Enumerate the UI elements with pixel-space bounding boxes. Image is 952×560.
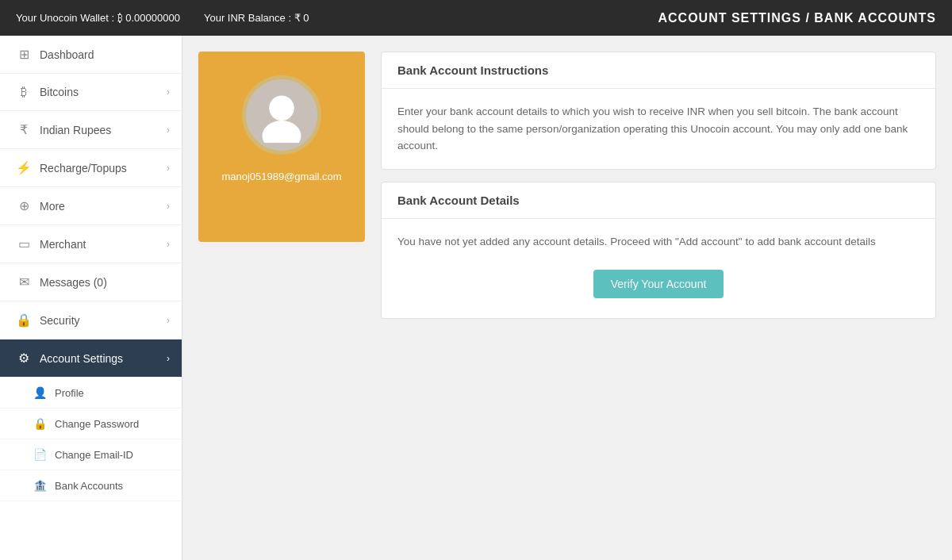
sidebar-label-recharge: Recharge/Topups	[40, 162, 127, 175]
main-container: ⊞ Dashboard ₿ Bitcoins › ₹ Indian Rupees…	[0, 36, 952, 560]
sidebar-subitem-change-password[interactable]: 🔒 Change Password	[0, 408, 182, 439]
security-icon: 🔒	[16, 313, 32, 328]
subitem-label-bank: Bank Accounts	[55, 480, 123, 492]
chevron-icon: ›	[167, 163, 170, 174]
sidebar-item-more[interactable]: ⊕ More ›	[0, 187, 182, 225]
messages-icon: ✉	[16, 274, 32, 290]
email-doc-icon: 📄	[33, 448, 47, 461]
profile-card: manoj051989@gmail.com	[198, 52, 365, 242]
chevron-right-icon: ›	[167, 353, 170, 364]
bank-details-body: You have not yet added any account detai…	[382, 219, 935, 319]
subitem-label-email: Change Email-ID	[55, 449, 133, 461]
right-panel: Bank Account Instructions Enter your ban…	[381, 52, 936, 544]
profile-icon: 👤	[33, 386, 47, 399]
svg-point-1	[263, 121, 301, 143]
sidebar-label-rupees: Indian Rupees	[40, 124, 111, 136]
inr-balance: Your INR Balance : ₹ 0	[204, 12, 309, 24]
sidebar-label-messages: Messages (0)	[40, 276, 107, 289]
dashboard-icon: ⊞	[16, 47, 32, 62]
chevron-icon: ›	[167, 315, 170, 326]
sidebar-item-bitcoins[interactable]: ₿ Bitcoins ›	[0, 74, 182, 111]
chevron-icon: ›	[167, 201, 170, 212]
verify-account-button[interactable]: Verify Your Account	[593, 270, 724, 298]
sidebar: ⊞ Dashboard ₿ Bitcoins › ₹ Indian Rupees…	[0, 36, 182, 560]
sidebar-item-dashboard[interactable]: ⊞ Dashboard	[0, 36, 182, 74]
sidebar-label-dashboard: Dashboard	[40, 48, 94, 61]
bitcoin-icon: ₿	[16, 85, 32, 99]
sidebar-item-account-settings[interactable]: ⚙ Account Settings ›	[0, 339, 182, 378]
page-title: ACCOUNT SETTINGS / BANK ACCOUNTS	[658, 11, 936, 25]
sidebar-item-security[interactable]: 🔒 Security ›	[0, 301, 182, 339]
recharge-icon: ⚡	[16, 160, 32, 175]
profile-email: manoj051989@gmail.com	[221, 171, 341, 182]
more-icon: ⊕	[16, 198, 32, 213]
sidebar-label-account-settings: Account Settings	[40, 352, 123, 365]
lock-icon: 🔒	[33, 417, 47, 430]
bank-details-header: Bank Account Details	[382, 182, 935, 219]
instructions-card-body: Enter your bank account details to which…	[382, 89, 935, 169]
subitem-label-password: Change Password	[55, 418, 139, 430]
rupee-icon: ₹	[16, 122, 32, 137]
sidebar-subitem-profile[interactable]: 👤 Profile	[0, 378, 182, 408]
topbar: Your Unocoin Wallet : ₿ 0.00000000 Your …	[0, 0, 952, 36]
sidebar-item-messages[interactable]: ✉ Messages (0)	[0, 263, 182, 301]
avatar	[242, 75, 321, 155]
sidebar-item-recharge[interactable]: ⚡ Recharge/Topups ›	[0, 149, 182, 187]
merchant-icon: ▭	[16, 236, 32, 251]
svg-point-0	[269, 96, 294, 121]
bank-icon: 🏦	[33, 479, 47, 492]
topbar-left: Your Unocoin Wallet : ₿ 0.00000000 Your …	[16, 12, 309, 24]
sidebar-item-merchant[interactable]: ▭ Merchant ›	[0, 225, 182, 263]
content-area: manoj051989@gmail.com Bank Account Instr…	[182, 36, 952, 560]
sidebar-label-merchant: Merchant	[40, 238, 86, 251]
wallet-balance: Your Unocoin Wallet : ₿ 0.00000000	[16, 12, 180, 24]
avatar-image	[254, 87, 309, 143]
chevron-icon: ›	[167, 86, 170, 98]
bank-details-card: Bank Account Details You have not yet ad…	[381, 182, 936, 320]
subitem-label-profile: Profile	[55, 387, 84, 399]
settings-icon: ⚙	[16, 351, 32, 366]
chevron-icon: ›	[167, 239, 170, 250]
instructions-card-header: Bank Account Instructions	[382, 52, 935, 89]
sidebar-label-more: More	[40, 200, 65, 213]
instructions-card: Bank Account Instructions Enter your ban…	[381, 52, 936, 170]
sidebar-label-security: Security	[40, 314, 80, 327]
sidebar-subitem-bank-accounts[interactable]: 🏦 Bank Accounts	[0, 470, 182, 501]
bank-details-text: You have not yet added any account detai…	[397, 233, 919, 251]
sidebar-item-indian-rupees[interactable]: ₹ Indian Rupees ›	[0, 111, 182, 149]
sidebar-subitem-change-email[interactable]: 📄 Change Email-ID	[0, 439, 182, 470]
sidebar-label-bitcoins: Bitcoins	[40, 86, 79, 98]
chevron-icon: ›	[167, 125, 170, 136]
